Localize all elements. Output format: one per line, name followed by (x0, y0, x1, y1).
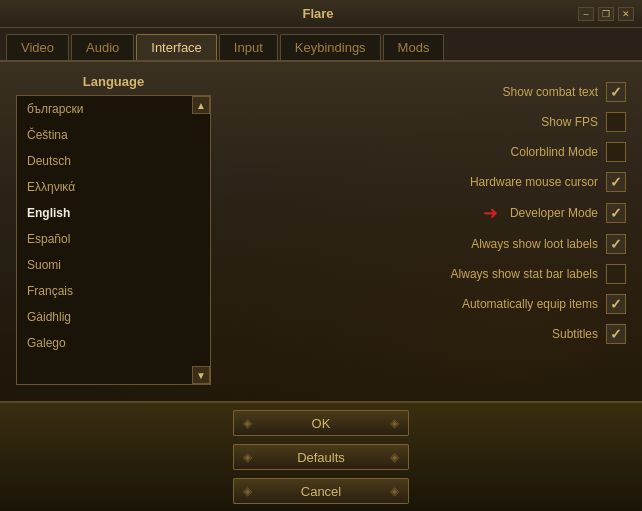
cancel-left-ornament: ◈ (233, 478, 261, 504)
tab-input[interactable]: Input (219, 34, 278, 60)
tab-mods[interactable]: Mods (383, 34, 445, 60)
option-row-developer_mode: ➜Developer Mode (231, 198, 626, 228)
language-item-el[interactable]: Ελληνικά (17, 174, 210, 200)
language-item-fr[interactable]: Français (17, 278, 210, 304)
option-label-hardware_mouse_cursor: Hardware mouse cursor (470, 175, 598, 189)
checkbox-hardware_mouse_cursor[interactable] (606, 172, 626, 192)
main-content: Language ▲ българскиČeštinaDeutschΕλληνι… (0, 62, 642, 405)
scroll-down-button[interactable]: ▼ (192, 366, 210, 384)
language-item-de[interactable]: Deutsch (17, 148, 210, 174)
language-list-container: ▲ българскиČeštinaDeutschΕλληνικάEnglish… (16, 95, 211, 385)
option-label-subtitles: Subtitles (552, 327, 598, 341)
checkbox-always_show_loot_labels[interactable] (606, 234, 626, 254)
window-controls: – ❐ ✕ (578, 7, 634, 21)
window-title: Flare (58, 6, 578, 21)
option-row-always_show_stat_bar_labels: Always show stat bar labels (231, 260, 626, 288)
checkbox-colorblind_mode[interactable] (606, 142, 626, 162)
checkbox-always_show_stat_bar_labels[interactable] (606, 264, 626, 284)
option-row-hardware_mouse_cursor: Hardware mouse cursor (231, 168, 626, 196)
language-item-gl[interactable]: Galego (17, 330, 210, 356)
tab-video[interactable]: Video (6, 34, 69, 60)
checkbox-automatically_equip_items[interactable] (606, 294, 626, 314)
option-row-always_show_loot_labels: Always show loot labels (231, 230, 626, 258)
option-label-developer_mode: Developer Mode (510, 206, 598, 220)
checkbox-show_combat_text[interactable] (606, 82, 626, 102)
language-item-gd[interactable]: Gàidhlig (17, 304, 210, 330)
option-label-show_fps: Show FPS (541, 115, 598, 129)
option-label-always_show_loot_labels: Always show loot labels (471, 237, 598, 251)
tab-audio[interactable]: Audio (71, 34, 134, 60)
option-label-colorblind_mode: Colorblind Mode (511, 145, 598, 159)
option-row-automatically_equip_items: Automatically equip items (231, 290, 626, 318)
language-list: българскиČeštinaDeutschΕλληνικάEnglishEs… (17, 96, 210, 384)
language-item-es[interactable]: Español (17, 226, 210, 252)
option-label-show_combat_text: Show combat text (503, 85, 598, 99)
bottom-area: ◈ OK ◈ ◈ Defaults ◈ ◈ Cancel ◈ (0, 401, 642, 511)
checkbox-show_fps[interactable] (606, 112, 626, 132)
language-item-en[interactable]: English (17, 200, 210, 226)
defaults-button-row: ◈ Defaults ◈ (233, 444, 409, 470)
arrow-indicator: ➜ (483, 202, 498, 224)
option-row-show_combat_text: Show combat text (231, 78, 626, 106)
options-panel: Show combat textShow FPSColorblind ModeH… (231, 74, 626, 393)
tab-bar: VideoAudioInterfaceInputKeybindingsMods (0, 28, 642, 62)
checkbox-subtitles[interactable] (606, 324, 626, 344)
title-bar: Flare – ❐ ✕ (0, 0, 642, 28)
cancel-button[interactable]: Cancel (261, 478, 381, 504)
restore-button[interactable]: ❐ (598, 7, 614, 21)
scroll-up-button[interactable]: ▲ (192, 96, 210, 114)
close-button[interactable]: ✕ (618, 7, 634, 21)
defaults-button[interactable]: Defaults (261, 444, 381, 470)
option-row-colorblind_mode: Colorblind Mode (231, 138, 626, 166)
option-label-automatically_equip_items: Automatically equip items (462, 297, 598, 311)
ok-button[interactable]: OK (261, 410, 381, 436)
language-item-fi[interactable]: Suomi (17, 252, 210, 278)
checkbox-developer_mode[interactable] (606, 203, 626, 223)
language-panel: Language ▲ българскиČeštinaDeutschΕλληνι… (16, 74, 211, 393)
cancel-right-ornament: ◈ (381, 478, 409, 504)
option-label-always_show_stat_bar_labels: Always show stat bar labels (451, 267, 598, 281)
minimize-button[interactable]: – (578, 7, 594, 21)
tab-keybindings[interactable]: Keybindings (280, 34, 381, 60)
defaults-right-ornament: ◈ (381, 444, 409, 470)
defaults-left-ornament: ◈ (233, 444, 261, 470)
ok-right-ornament: ◈ (381, 410, 409, 436)
option-row-show_fps: Show FPS (231, 108, 626, 136)
ok-button-row: ◈ OK ◈ (233, 410, 409, 436)
language-item-bg[interactable]: български (17, 96, 210, 122)
cancel-button-row: ◈ Cancel ◈ (233, 478, 409, 504)
language-panel-title: Language (16, 74, 211, 89)
tab-interface[interactable]: Interface (136, 34, 217, 60)
ok-left-ornament: ◈ (233, 410, 261, 436)
language-item-cs[interactable]: Čeština (17, 122, 210, 148)
option-row-subtitles: Subtitles (231, 320, 626, 348)
